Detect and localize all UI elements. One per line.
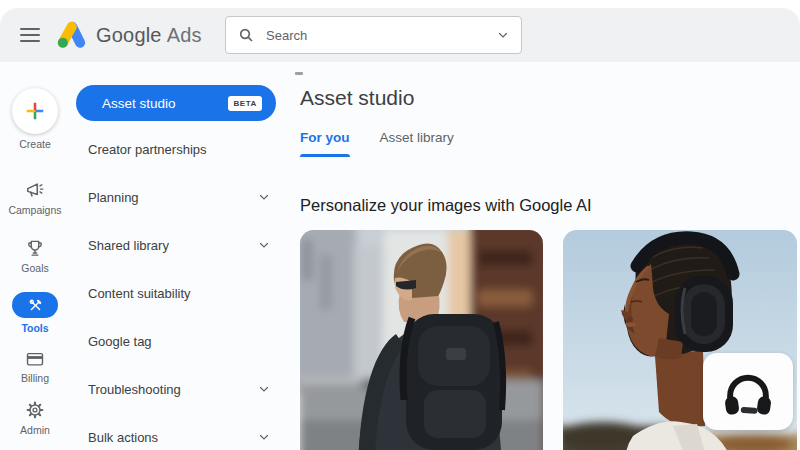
sidebar-item-label: Asset studio — [102, 96, 228, 111]
rail-label-create: Create — [19, 138, 51, 150]
top-app-bar: GoogleAds Search — [0, 8, 800, 62]
chevron-down-icon — [258, 431, 270, 443]
sidebar-item-label: Content suitability — [88, 286, 270, 301]
sidebar-item-label: Google tag — [88, 334, 270, 349]
sidebar-item-asset-studio[interactable]: Asset studio BETA — [76, 85, 276, 121]
chevron-down-icon — [258, 191, 270, 203]
sidebar-item-label: Shared library — [88, 238, 258, 253]
rail-item-tools[interactable]: Tools — [12, 292, 58, 334]
tab-bar: For you Asset library — [300, 130, 454, 157]
tools-active-pill — [12, 292, 58, 318]
sidebar-item-label: Troubleshooting — [88, 382, 258, 397]
search-box[interactable]: Search — [225, 16, 522, 54]
main-content: Asset studio For you Asset library Perso… — [290, 62, 800, 450]
rail-label-admin: Admin — [20, 424, 50, 436]
rail-label-billing: Billing — [21, 372, 49, 384]
sidebar-item-planning[interactable]: Planning — [70, 173, 290, 221]
headphones-icon — [719, 367, 777, 417]
tools-submenu: Asset studio BETA Creator partnerships P… — [70, 62, 290, 450]
search-icon — [238, 27, 254, 43]
nav-rail: Create Campaigns Goals — [0, 62, 70, 450]
search-dropdown-chevron-icon[interactable] — [497, 29, 509, 41]
rail-item-admin[interactable]: Admin — [20, 400, 50, 436]
chevron-down-icon — [258, 239, 270, 251]
google-ads-logo-icon — [56, 21, 86, 49]
search-placeholder: Search — [266, 28, 497, 43]
rail-item-campaigns[interactable]: Campaigns — [8, 180, 61, 216]
beta-badge: BETA — [228, 96, 262, 111]
gallery-image-man-backpack[interactable] — [300, 230, 543, 450]
chevron-down-icon — [258, 383, 270, 395]
sidebar-item-google-tag[interactable]: Google tag — [70, 317, 290, 365]
brand-ads: Ads — [167, 24, 202, 46]
sidebar-item-label: Creator partnerships — [88, 142, 270, 157]
create-plus-icon — [24, 100, 46, 122]
rail-item-goals[interactable]: Goals — [21, 238, 48, 274]
create-button[interactable] — [12, 88, 58, 134]
gear-icon — [25, 400, 45, 420]
brand-wordmark: GoogleAds — [96, 24, 202, 47]
image-gallery — [300, 230, 797, 450]
hamburger-icon — [20, 28, 40, 30]
sidebar-list: Creator partnerships Planning Shared lib… — [70, 125, 290, 450]
sidebar-item-troubleshooting[interactable]: Troubleshooting — [70, 365, 290, 413]
rail-label-campaigns: Campaigns — [8, 204, 61, 216]
headphones-product-thumbnail[interactable] — [703, 353, 793, 430]
sidebar-item-label: Planning — [88, 190, 258, 205]
section-heading: Personalize your images with Google AI — [300, 196, 592, 215]
rail-item-billing[interactable]: Billing — [21, 350, 49, 384]
google-ads-window: GoogleAds Search — [0, 0, 800, 450]
google-ads-logo: GoogleAds — [56, 8, 202, 62]
credit-card-icon — [25, 350, 45, 368]
sidebar-item-label: Bulk actions — [88, 430, 258, 445]
tab-for-you[interactable]: For you — [300, 130, 350, 157]
brand-google: Google — [96, 24, 162, 46]
trophy-icon — [25, 238, 45, 258]
main-menu-button[interactable] — [20, 26, 42, 44]
megaphone-icon — [24, 180, 46, 200]
app-body: Create Campaigns Goals — [0, 62, 800, 450]
gallery-image-woman-headphones[interactable] — [563, 230, 797, 450]
man-backpack-photo — [300, 230, 543, 450]
rail-label-tools: Tools — [21, 322, 48, 334]
sidebar-item-shared-library[interactable]: Shared library — [70, 221, 290, 269]
tab-asset-library[interactable]: Asset library — [380, 130, 454, 157]
sidebar-item-content-suitability[interactable]: Content suitability — [70, 269, 290, 317]
wrench-hammer-icon — [28, 298, 43, 313]
rail-label-goals: Goals — [21, 262, 48, 274]
sidebar-item-bulk-actions[interactable]: Bulk actions — [70, 413, 290, 450]
rail-item-create[interactable]: Create — [12, 62, 58, 150]
sidebar-item-creator-partnerships[interactable]: Creator partnerships — [70, 125, 290, 173]
scroll-dash — [295, 72, 303, 75]
page-title: Asset studio — [300, 86, 414, 110]
